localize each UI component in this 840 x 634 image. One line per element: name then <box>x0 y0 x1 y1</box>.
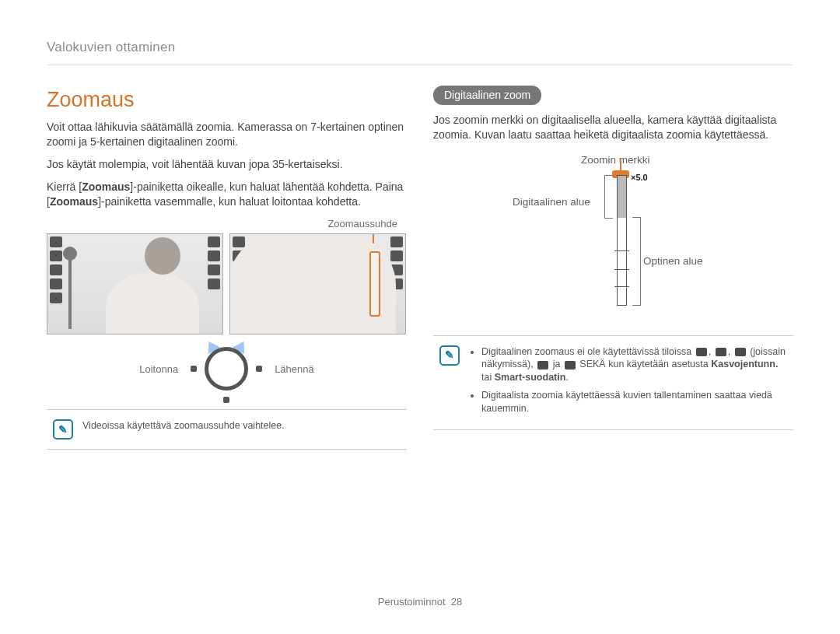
status-icon <box>208 250 220 261</box>
zoom-bar-highlight <box>369 251 380 317</box>
dial-dot <box>256 366 262 372</box>
mode-icon <box>735 348 746 356</box>
note-icon: ✎ <box>439 345 460 366</box>
footer-section: Perustoiminnot <box>378 596 446 608</box>
callout-line <box>373 233 374 243</box>
breadcrumb: Valokuvien ottaminen <box>47 39 793 65</box>
note-list: Digitaalinen zoomaus ei ole käytettäviss… <box>469 345 787 420</box>
body-text: Kierrä [Zoomaus]-painiketta oikealle, ku… <box>47 180 407 209</box>
lamppost-graphic <box>58 243 82 329</box>
optical-range-label: Optinen alue <box>643 254 703 268</box>
body-text: Jos zoomin merkki on digitaalisella alue… <box>433 113 793 142</box>
zoom-in-label: Lähennä <box>275 363 314 377</box>
zoom-dial-row: Loitonna Lähennä <box>47 342 407 395</box>
zoom-ratio-label: Zoomaussuhde <box>47 217 407 231</box>
bracket-optical <box>632 217 641 306</box>
status-icon <box>208 278 220 289</box>
zoom-dial-icon <box>200 342 253 395</box>
mode-icon <box>565 361 576 370</box>
footer-page-number: 28 <box>451 596 462 608</box>
note-text: Videoissa käytettävä zoomaussuhde vaihte… <box>82 419 285 433</box>
body-text: Voit ottaa lähikuvia säätämällä zoomia. … <box>47 120 407 149</box>
dial-dot <box>223 397 229 403</box>
camera-screen-tele <box>229 233 406 335</box>
dial-dot <box>191 366 197 372</box>
zoom-indicator-label: Zoomin merkki <box>581 153 650 167</box>
zoom-value: ×5.0 <box>631 172 648 184</box>
subsection-pill: Digitaalinen zoom <box>433 86 541 105</box>
person-silhouette <box>106 233 199 334</box>
camera-screens <box>47 233 407 335</box>
zoom-tick <box>614 250 629 251</box>
bracket-digital <box>604 175 613 219</box>
mode-icon <box>716 348 726 356</box>
status-icon <box>208 236 220 247</box>
body-text: Jos käytät molempia, voit lähentää kuvan… <box>47 157 407 172</box>
zoom-bar-digital-zone <box>618 176 626 218</box>
zoom-tick <box>614 269 629 270</box>
mode-icon <box>537 361 548 370</box>
zoom-tick <box>614 286 629 287</box>
note-box: ✎ Digitaalinen zoomaus ei ole käytettävi… <box>433 335 793 430</box>
mode-icon <box>696 348 707 356</box>
dial-ring <box>205 347 248 391</box>
note-item: Digitaalista zoomia käytettäessä kuvien … <box>481 389 787 415</box>
right-column: Digitaalinen zoom Jos zoomin merkki on d… <box>433 86 793 450</box>
page-footer: Perustoiminnot 28 <box>0 595 840 609</box>
zoom-out-label: Loitonna <box>139 363 178 377</box>
left-column: Zoomaus Voit ottaa lähikuvia säätämällä … <box>47 86 407 450</box>
note-icon: ✎ <box>53 419 73 440</box>
camera-screen-wide <box>47 233 223 335</box>
digital-range-label: Digitaalinen alue <box>513 195 590 209</box>
manual-page: Valokuvien ottaminen Zoomaus Voit ottaa … <box>0 0 840 634</box>
two-column-layout: Zoomaus Voit ottaa lähikuvia säätämällä … <box>47 86 793 450</box>
zoom-indicator-diagram: Zoomin merkki ×5.0 Digitaalinen alue Opt… <box>464 153 793 309</box>
note-item: Digitaalinen zoomaus ei ole käytettäviss… <box>481 345 787 385</box>
screen-icons-right <box>208 236 220 289</box>
note-box: ✎ Videoissa käytettävä zoomaussuhde vaih… <box>47 409 407 450</box>
section-title: Zoomaus <box>47 86 407 114</box>
status-icon <box>208 264 220 275</box>
zoom-illustration: Zoomaussuhde <box>47 217 407 396</box>
zoom-bar <box>617 175 627 306</box>
